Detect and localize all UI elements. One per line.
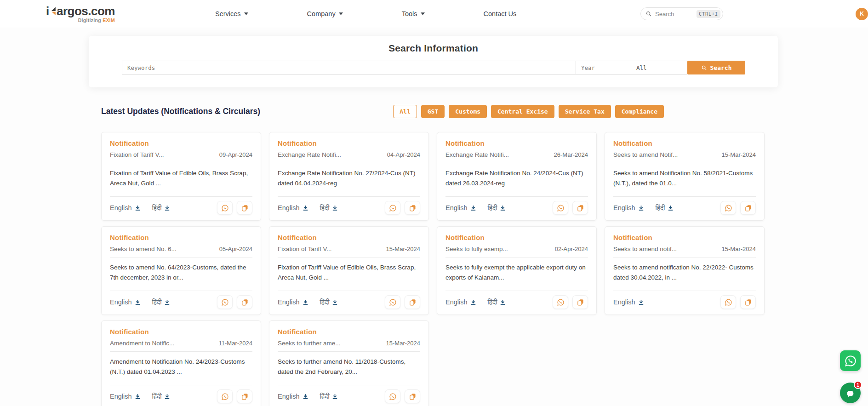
header-search-input[interactable] <box>655 11 692 17</box>
whatsapp-icon <box>221 204 229 212</box>
download-icon <box>302 393 309 400</box>
card-description: Fixation of Tariff Value of Edible Oils,… <box>278 263 420 282</box>
logo-rest: argos.com <box>57 5 115 17</box>
english-label: English <box>110 393 132 400</box>
download-icon <box>667 205 674 212</box>
year-input[interactable] <box>576 61 631 74</box>
whatsapp-share-button[interactable] <box>720 201 736 215</box>
card-subject[interactable]: Seeks to amend No. 6... <box>110 246 177 252</box>
copy-button[interactable] <box>572 295 588 309</box>
english-download-link[interactable]: English <box>278 298 309 306</box>
nav-item[interactable]: Services <box>215 10 248 17</box>
whatsapp-share-button[interactable] <box>553 295 568 309</box>
divider <box>613 163 756 163</box>
whatsapp-share-button[interactable] <box>217 201 233 215</box>
english-download-link[interactable]: English <box>278 204 309 212</box>
english-download-link[interactable]: English <box>110 393 141 400</box>
chat-widget-button[interactable]: 1 <box>840 383 861 403</box>
whatsapp-share-button[interactable] <box>385 295 400 309</box>
english-label: English <box>278 393 300 400</box>
copy-button[interactable] <box>740 201 756 215</box>
user-avatar[interactable]: K <box>856 8 868 20</box>
card-subject[interactable]: Fixation of Tariff V... <box>278 246 332 252</box>
hindi-download-link[interactable]: हिंदी <box>152 393 171 400</box>
divider <box>110 351 252 352</box>
nav-item[interactable]: Tools <box>402 10 425 17</box>
card-subject[interactable]: Seeks to amend Notif... <box>613 151 678 158</box>
hindi-download-link[interactable]: हिंदी <box>152 204 171 212</box>
whatsapp-share-button[interactable] <box>385 201 400 215</box>
card-subject[interactable]: Amendment to Notific... <box>110 340 174 347</box>
download-icon <box>499 299 506 306</box>
whatsapp-share-button[interactable] <box>553 201 568 215</box>
card-subject[interactable]: Seeks to fully exemp... <box>445 246 508 252</box>
english-download-link[interactable]: English <box>110 298 141 306</box>
card-type-label: Notification <box>445 234 588 241</box>
hindi-label: हिंदी <box>656 204 665 212</box>
english-download-link[interactable]: English <box>110 204 141 212</box>
card-subject-row: Fixation of Tariff V... 09-Apr-2024 <box>110 151 252 158</box>
hindi-download-link[interactable]: हिंदी <box>320 298 339 306</box>
whatsapp-share-button[interactable] <box>217 389 233 403</box>
download-icon <box>164 299 171 306</box>
card-footer: English हिंदी <box>110 295 252 309</box>
filter-button[interactable]: GST <box>421 105 445 118</box>
card-type-label: Notification <box>613 234 756 241</box>
copy-button[interactable] <box>405 389 420 403</box>
whatsapp-share-button[interactable] <box>217 295 233 309</box>
filter-button[interactable]: Service Tax <box>559 105 611 118</box>
filter-button[interactable]: Central Excise <box>491 105 554 118</box>
nav-item-label: Services <box>215 10 241 17</box>
logo-i: i <box>46 5 49 17</box>
card-subject[interactable]: Seeks to further ame... <box>278 340 341 347</box>
site-logo[interactable]: i argos.com Digitizing EXIM <box>46 5 115 23</box>
card-footer: English हिंदी <box>278 389 420 403</box>
chevron-down-icon <box>339 12 343 15</box>
english-download-link[interactable]: English <box>613 204 645 212</box>
english-download-link[interactable]: English <box>613 298 645 306</box>
hindi-download-link[interactable]: हिंदी <box>152 298 171 306</box>
nav-item[interactable]: Contact Us <box>484 10 517 17</box>
search-button[interactable]: Search <box>687 61 745 74</box>
english-download-link[interactable]: English <box>445 204 477 212</box>
card-subject[interactable]: Exchange Rate Notifi... <box>445 151 509 158</box>
card-subject[interactable]: Exchange Rate Notifi... <box>278 151 341 158</box>
copy-button[interactable] <box>237 295 252 309</box>
card-subject[interactable]: Seeks to amend notif... <box>613 246 677 252</box>
card-subject[interactable]: Fixation of Tariff V... <box>110 151 164 158</box>
copy-button[interactable] <box>740 295 756 309</box>
filter-button[interactable]: All <box>393 105 417 118</box>
copy-button[interactable] <box>405 201 420 215</box>
hindi-download-link[interactable]: हिंदी <box>656 204 674 212</box>
filter-button[interactable]: Compliance <box>615 105 664 118</box>
copy-button[interactable] <box>237 389 252 403</box>
nav-item[interactable]: Company <box>307 10 343 17</box>
copy-button[interactable] <box>405 295 420 309</box>
copy-button[interactable] <box>572 201 588 215</box>
search-form: All Search <box>122 61 746 74</box>
nav-item-label: Company <box>307 10 336 17</box>
whatsapp-float-button[interactable] <box>840 350 861 371</box>
hindi-download-link[interactable]: हिंदी <box>320 393 339 400</box>
header-search-box[interactable]: CTRL+I <box>640 7 723 20</box>
download-icon <box>638 299 645 306</box>
english-label: English <box>278 298 300 306</box>
category-select[interactable]: All <box>631 61 687 74</box>
notification-card: Notification Seeks to amend Notif... 15-… <box>605 132 765 221</box>
download-icon <box>302 205 309 212</box>
whatsapp-share-button[interactable] <box>385 389 400 403</box>
english-download-link[interactable]: English <box>278 393 309 400</box>
copy-button[interactable] <box>237 201 252 215</box>
whatsapp-share-button[interactable] <box>720 295 736 309</box>
card-type-label: Notification <box>278 328 420 336</box>
hindi-download-link[interactable]: हिंदी <box>488 204 507 212</box>
card-date: 15-Mar-2024 <box>722 246 756 252</box>
filter-button[interactable]: Customs <box>449 105 487 118</box>
hindi-download-link[interactable]: हिंदी <box>320 204 339 212</box>
english-download-link[interactable]: English <box>445 298 477 306</box>
notification-card: Notification Seeks to amend notif... 15-… <box>605 226 765 315</box>
card-footer: English हिंदी <box>613 201 756 215</box>
hindi-label: हिंदी <box>488 204 497 212</box>
keywords-input[interactable] <box>122 61 576 74</box>
hindi-download-link[interactable]: हिंदी <box>488 298 507 306</box>
